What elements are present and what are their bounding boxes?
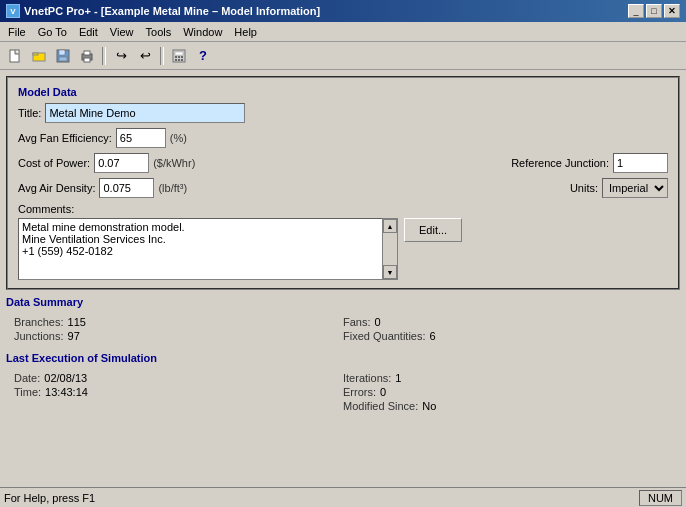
comments-textarea[interactable]: Metal mine demonstration model. Mine Ven… — [18, 218, 398, 280]
data-summary-grid: Branches: 115 Fans: 0 Junctions: 97 Fixe… — [6, 314, 680, 344]
cost-input[interactable] — [94, 153, 149, 173]
scroll-down-arrow[interactable]: ▼ — [383, 265, 397, 279]
time-key: Time: — [14, 386, 41, 398]
menu-tools[interactable]: Tools — [140, 24, 178, 40]
svg-rect-8 — [84, 58, 90, 62]
menu-window[interactable]: Window — [177, 24, 228, 40]
menu-file[interactable]: File — [2, 24, 32, 40]
cost-ref-row: Cost of Power: ($/kWhr) Reference Juncti… — [18, 153, 668, 173]
menu-edit[interactable]: Edit — [73, 24, 104, 40]
density-label: Avg Air Density: — [18, 182, 95, 194]
svg-rect-5 — [59, 57, 67, 61]
minimize-button[interactable]: _ — [628, 4, 644, 18]
branches-val: 115 — [68, 316, 86, 328]
errors-val: 0 — [380, 386, 386, 398]
fans-item: Fans: 0 — [343, 316, 672, 328]
save-button[interactable] — [52, 45, 74, 67]
units-select[interactable]: Imperial Metric — [602, 178, 668, 198]
title-bar: V VnetPC Pro+ - [Example Metal Mine – Mo… — [0, 0, 686, 22]
title-bar-left: V VnetPC Pro+ - [Example Metal Mine – Mo… — [6, 4, 320, 18]
title-input[interactable] — [45, 103, 245, 123]
save-icon — [56, 49, 70, 63]
main-content: Model Data Title: Avg Fan Efficiency: (%… — [0, 70, 686, 487]
new-icon — [8, 49, 22, 63]
junctions-item: Junctions: 97 — [14, 330, 343, 342]
redo-button[interactable]: ↩ — [134, 45, 156, 67]
date-val: 02/08/13 — [44, 372, 87, 384]
new-button[interactable] — [4, 45, 26, 67]
last-execution-label: Last Execution of Simulation — [6, 352, 680, 364]
ref-junction-label: Reference Junction: — [511, 157, 609, 169]
errors-key: Errors: — [343, 386, 376, 398]
title-row: Title: — [18, 103, 668, 123]
menu-goto[interactable]: Go To — [32, 24, 73, 40]
help-button[interactable]: ? — [192, 45, 214, 67]
help-text: For Help, press F1 — [4, 492, 95, 504]
fans-key: Fans: — [343, 316, 371, 328]
menu-help[interactable]: Help — [228, 24, 263, 40]
toolbar: ↩ ↩ ? — [0, 42, 686, 70]
svg-rect-7 — [84, 51, 90, 55]
app-icon: V — [6, 4, 20, 18]
time-val: 13:43:14 — [45, 386, 88, 398]
fixed-qty-key: Fixed Quantities: — [343, 330, 426, 342]
avg-fan-unit: (%) — [170, 132, 187, 144]
density-input[interactable] — [99, 178, 154, 198]
svg-rect-2 — [33, 53, 38, 55]
svg-rect-12 — [178, 56, 180, 58]
density-unit: (lb/ft³) — [158, 182, 187, 194]
title-bar-text: VnetPC Pro+ - [Example Metal Mine – Mode… — [24, 5, 320, 17]
close-button[interactable]: ✕ — [664, 4, 680, 18]
data-summary-section: Data Summary Branches: 115 Fans: 0 Junct… — [6, 296, 680, 344]
date-item: Date: 02/08/13 — [14, 372, 343, 384]
comments-scrollbar[interactable]: ▲ ▼ — [382, 218, 398, 280]
print-button[interactable] — [76, 45, 98, 67]
time-item: Time: 13:43:14 — [14, 386, 343, 398]
help-icon: ? — [199, 48, 207, 63]
ref-junction-input[interactable] — [613, 153, 668, 173]
calculator-button[interactable] — [168, 45, 190, 67]
edit-button[interactable]: Edit... — [404, 218, 462, 242]
data-summary-label: Data Summary — [6, 296, 680, 308]
svg-rect-10 — [175, 52, 183, 55]
svg-rect-14 — [175, 59, 177, 61]
last-execution-grid: Date: 02/08/13 Iterations: 1 Time: 13:43… — [6, 370, 680, 414]
svg-rect-13 — [181, 56, 183, 58]
errors-item: Errors: 0 — [343, 386, 672, 398]
model-data-label: Model Data — [18, 86, 668, 98]
modified-since-item: Modified Since: No — [343, 400, 672, 412]
fixed-quantities-item: Fixed Quantities: 6 — [343, 330, 672, 342]
svg-rect-16 — [181, 59, 183, 61]
modified-since-key: Modified Since: — [343, 400, 418, 412]
open-button[interactable] — [28, 45, 50, 67]
num-lock-indicator: NUM — [639, 490, 682, 506]
iterations-key: Iterations: — [343, 372, 391, 384]
comments-wrapper: Metal mine demonstration model. Mine Ven… — [18, 218, 398, 280]
cost-unit: ($/kWhr) — [153, 157, 195, 169]
branches-key: Branches: — [14, 316, 64, 328]
undo-icon: ↩ — [116, 48, 127, 63]
junctions-val: 97 — [68, 330, 80, 342]
toolbar-separator-1 — [102, 47, 106, 65]
menu-bar: File Go To Edit View Tools Window Help — [0, 22, 686, 42]
menu-view[interactable]: View — [104, 24, 140, 40]
status-bar: For Help, press F1 NUM — [0, 487, 686, 507]
cost-label: Cost of Power: — [18, 157, 90, 169]
avg-fan-input[interactable] — [116, 128, 166, 148]
undo-button[interactable]: ↩ — [110, 45, 132, 67]
modified-since-val: No — [422, 400, 436, 412]
svg-rect-11 — [175, 56, 177, 58]
units-label: Units: — [570, 182, 598, 194]
svg-rect-15 — [178, 59, 180, 61]
open-icon — [32, 49, 46, 63]
title-label: Title: — [18, 107, 41, 119]
comments-label: Comments: — [18, 203, 668, 215]
branches-item: Branches: 115 — [14, 316, 343, 328]
comments-row: Metal mine demonstration model. Mine Ven… — [18, 218, 668, 280]
title-bar-controls: _ □ ✕ — [628, 4, 680, 18]
scroll-up-arrow[interactable]: ▲ — [383, 219, 397, 233]
maximize-button[interactable]: □ — [646, 4, 662, 18]
print-icon — [80, 49, 94, 63]
junctions-key: Junctions: — [14, 330, 64, 342]
last-execution-section: Last Execution of Simulation Date: 02/08… — [6, 352, 680, 414]
